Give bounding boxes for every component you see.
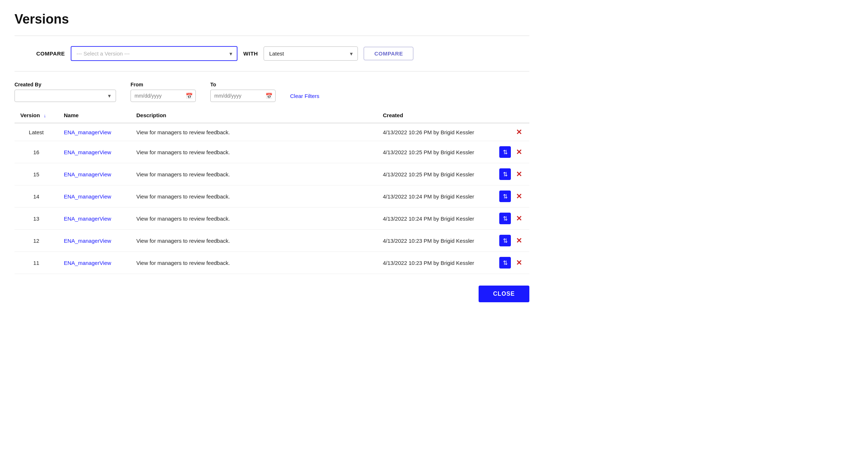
restore-button[interactable]: ⇅ xyxy=(499,168,511,180)
version-cell: 11 xyxy=(15,252,58,274)
versions-table: Version ↓ Name Description Created Lates… xyxy=(15,108,529,274)
created-cell: 4/13/2022 10:26 PM by Brigid Kessler xyxy=(377,123,493,141)
table-row: 13ENA_managerViewView for managers to re… xyxy=(15,208,529,230)
page-title: Versions xyxy=(15,12,529,27)
close-bar: CLOSE xyxy=(15,286,529,302)
delete-button[interactable]: ✕ xyxy=(514,128,524,136)
description-cell: View for managers to review feedback. xyxy=(131,185,377,208)
description-column-header: Description xyxy=(131,108,377,123)
table-row: LatestENA_managerViewView for managers t… xyxy=(15,123,529,141)
restore-button[interactable]: ⇅ xyxy=(499,146,511,158)
version-cell: 14 xyxy=(15,185,58,208)
name-cell: ENA_managerView xyxy=(58,185,131,208)
from-calendar-icon[interactable]: 📅 xyxy=(186,93,193,99)
name-cell: ENA_managerView xyxy=(58,123,131,141)
description-cell: View for managers to review feedback. xyxy=(131,163,377,185)
name-link[interactable]: ENA_managerView xyxy=(64,238,111,244)
description-cell: View for managers to review feedback. xyxy=(131,123,377,141)
name-cell: ENA_managerView xyxy=(58,163,131,185)
created-by-label: Created By xyxy=(15,82,116,87)
version-cell: 16 xyxy=(15,141,58,163)
table-header: Version ↓ Name Description Created xyxy=(15,108,529,123)
delete-button[interactable]: ✕ xyxy=(514,171,524,178)
created-column-header: Created xyxy=(377,108,493,123)
compare-label: COMPARE xyxy=(36,50,65,57)
from-date-wrapper: 📅 xyxy=(131,90,196,102)
created-cell: 4/13/2022 10:23 PM by Brigid Kessler xyxy=(377,230,493,252)
description-cell: View for managers to review feedback. xyxy=(131,141,377,163)
restore-button[interactable]: ⇅ xyxy=(499,190,511,202)
delete-button[interactable]: ✕ xyxy=(514,215,524,222)
close-button[interactable]: CLOSE xyxy=(479,286,529,302)
compare-version-select[interactable]: --- Select a Version --- Latest 16 15 14… xyxy=(71,46,237,61)
delete-button[interactable]: ✕ xyxy=(514,259,524,266)
table-row: 12ENA_managerViewView for managers to re… xyxy=(15,230,529,252)
table-body: LatestENA_managerViewView for managers t… xyxy=(15,123,529,274)
created-cell: 4/13/2022 10:25 PM by Brigid Kessler xyxy=(377,141,493,163)
version-column-header: Version ↓ xyxy=(15,108,58,123)
delete-button[interactable]: ✕ xyxy=(514,237,524,244)
actions-cell: ⇅✕ xyxy=(493,141,529,163)
clear-filters-button[interactable]: Clear Filters xyxy=(290,90,319,102)
created-cell: 4/13/2022 10:23 PM by Brigid Kessler xyxy=(377,252,493,274)
description-cell: View for managers to review feedback. xyxy=(131,230,377,252)
name-link[interactable]: ENA_managerView xyxy=(64,171,111,177)
with-version-wrapper: Latest 16 15 14 13 12 11 ▼ xyxy=(264,46,358,61)
description-cell: View for managers to review feedback. xyxy=(131,208,377,230)
version-cell: 13 xyxy=(15,208,58,230)
with-label: WITH xyxy=(243,50,258,57)
actions-cell: ✕ xyxy=(493,123,529,141)
created-cell: 4/13/2022 10:24 PM by Brigid Kessler xyxy=(377,185,493,208)
actions-cell: ⇅✕ xyxy=(493,230,529,252)
compare-button[interactable]: COMPARE xyxy=(364,47,413,60)
restore-button[interactable]: ⇅ xyxy=(499,257,511,269)
name-link[interactable]: ENA_managerView xyxy=(64,216,111,222)
name-cell: ENA_managerView xyxy=(58,141,131,163)
from-filter-group: From 📅 xyxy=(131,82,196,102)
filters-row: Created By Brigid Kessler ▼ From 📅 To xyxy=(15,82,529,102)
actions-cell: ⇅✕ xyxy=(493,208,529,230)
actions-cell: ⇅✕ xyxy=(493,163,529,185)
restore-button[interactable]: ⇅ xyxy=(499,213,511,224)
compare-bar: COMPARE --- Select a Version --- Latest … xyxy=(15,46,529,61)
name-cell: ENA_managerView xyxy=(58,252,131,274)
actions-column-header xyxy=(493,108,529,123)
delete-button[interactable]: ✕ xyxy=(514,148,524,156)
version-sort-icon[interactable]: ↓ xyxy=(44,113,46,118)
to-label: To xyxy=(210,82,276,87)
version-cell: 15 xyxy=(15,163,58,185)
description-cell: View for managers to review feedback. xyxy=(131,252,377,274)
from-label: From xyxy=(131,82,196,87)
to-calendar-icon[interactable]: 📅 xyxy=(265,93,273,99)
table-row: 15ENA_managerViewView for managers to re… xyxy=(15,163,529,185)
name-cell: ENA_managerView xyxy=(58,208,131,230)
title-divider xyxy=(15,36,529,36)
table-row: 16ENA_managerViewView for managers to re… xyxy=(15,141,529,163)
with-version-select[interactable]: Latest 16 15 14 13 12 11 xyxy=(264,46,358,61)
compare-divider xyxy=(15,71,529,71)
to-filter-group: To 📅 xyxy=(210,82,276,102)
to-date-wrapper: 📅 xyxy=(210,90,276,102)
actions-cell: ⇅✕ xyxy=(493,185,529,208)
filters-section: Created By Brigid Kessler ▼ From 📅 To xyxy=(15,82,529,102)
created-cell: 4/13/2022 10:24 PM by Brigid Kessler xyxy=(377,208,493,230)
created-cell: 4/13/2022 10:25 PM by Brigid Kessler xyxy=(377,163,493,185)
version-cell: Latest xyxy=(15,123,58,141)
name-cell: ENA_managerView xyxy=(58,230,131,252)
name-link[interactable]: ENA_managerView xyxy=(64,193,111,200)
table-row: 11ENA_managerViewView for managers to re… xyxy=(15,252,529,274)
actions-cell: ⇅✕ xyxy=(493,252,529,274)
created-by-select[interactable]: Brigid Kessler xyxy=(15,90,116,102)
name-link[interactable]: ENA_managerView xyxy=(64,260,111,266)
table-row: 14ENA_managerViewView for managers to re… xyxy=(15,185,529,208)
version-cell: 12 xyxy=(15,230,58,252)
name-link[interactable]: ENA_managerView xyxy=(64,149,111,155)
name-link[interactable]: ENA_managerView xyxy=(64,129,111,135)
restore-button[interactable]: ⇅ xyxy=(499,235,511,246)
delete-button[interactable]: ✕ xyxy=(514,193,524,200)
created-by-wrapper: Brigid Kessler ▼ xyxy=(15,90,116,102)
name-column-header: Name xyxy=(58,108,131,123)
created-by-filter-group: Created By Brigid Kessler ▼ xyxy=(15,82,116,102)
compare-version-wrapper: --- Select a Version --- Latest 16 15 14… xyxy=(71,46,237,61)
